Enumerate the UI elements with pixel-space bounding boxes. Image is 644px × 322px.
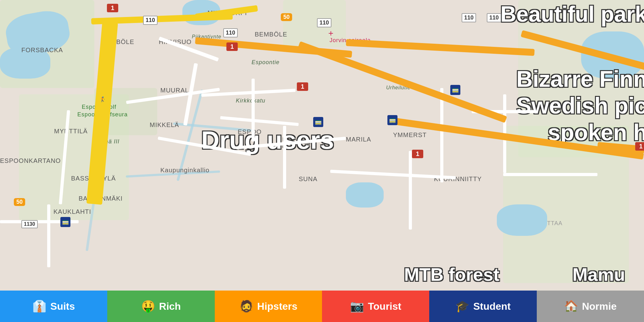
label-mynttila: MYNTTILÄ <box>54 128 88 135</box>
badge-route-1-d: 1 <box>635 142 644 151</box>
suits-icon: 👔 <box>32 300 47 313</box>
tab-student[interactable]: 🎓 Student <box>429 291 536 322</box>
water-lower-right <box>497 204 547 236</box>
badge-route-110-a: 110 <box>143 16 158 25</box>
badge-route-1130: 1130 <box>21 220 38 228</box>
label-ymmerst: YMMERST <box>393 131 427 139</box>
badge-route-1-middle: 1 <box>226 42 238 51</box>
badge-route-110-b: 110 <box>223 28 238 37</box>
road-18 <box>503 173 597 176</box>
label-kauklahti: KAUKLAHTI <box>53 208 91 215</box>
badge-route-110-e: 110 <box>487 13 501 22</box>
label-mikkela: MIKKELÄ <box>150 121 179 129</box>
train-icon-1: 🚃 <box>450 85 460 95</box>
tab-tourist[interactable]: 📷 Tourist <box>322 291 429 322</box>
tab-rich[interactable]: 🤑 Rich <box>107 291 214 322</box>
tab-bar: 👔 Suits 🤑 Rich 🧔 Hipsters 📷 Tourist 🎓 St… <box>0 291 644 322</box>
badge-route-1-c: 1 <box>412 150 423 158</box>
hipsters-label: Hipsters <box>257 301 297 312</box>
road-12 <box>409 151 412 230</box>
suits-label: Suits <box>50 301 75 312</box>
train-icon-3: 🚃 <box>313 117 323 127</box>
student-icon: 🎓 <box>455 300 469 313</box>
road-4 <box>252 79 255 142</box>
overlay-swedish-pic: Swedish pic <box>516 93 644 119</box>
badge-route-1-b: 1 <box>297 82 308 91</box>
tab-suits[interactable]: 👔 Suits <box>0 291 107 322</box>
rich-label: Rich <box>159 301 181 312</box>
road-10 <box>283 126 286 189</box>
road-15 <box>440 88 443 182</box>
label-espoontie: Espoontie <box>252 59 280 66</box>
tourist-label: Tourist <box>368 301 401 312</box>
train-icon-4: 🚃 <box>60 217 70 227</box>
student-label: Student <box>473 301 511 312</box>
overlay-mtb-forest: MTB forest <box>404 264 499 285</box>
badge-route-50-b: 50 <box>14 198 25 206</box>
overlay-bizarre-finn: Bizarre Finn <box>516 66 644 92</box>
train-icon-2: 🚃 <box>387 115 397 125</box>
badge-route-110-c: 110 <box>317 18 331 27</box>
normie-label: Normie <box>582 301 617 312</box>
golf-marker: 🏌 <box>100 96 106 102</box>
hospital-cross: + <box>328 28 333 38</box>
hipsters-icon: 🧔 <box>239 300 253 313</box>
label-suna: SUNA <box>299 175 318 183</box>
badge-route-1-top: 1 <box>107 4 118 12</box>
label-espoonkartano: ESPOONKARTANO <box>0 157 61 164</box>
map-container: 1 110 50 110 110 110 110 1 1 1 1 50 1130… <box>0 0 644 291</box>
label-marila: MARILA <box>346 136 371 143</box>
rich-icon: 🤑 <box>141 300 155 313</box>
tab-normie[interactable]: 🏠 Normie <box>537 291 644 322</box>
road-14 <box>47 204 50 267</box>
normie-icon: 🏠 <box>564 300 578 313</box>
tab-hipsters[interactable]: 🧔 Hipsters <box>215 291 322 322</box>
label-forsbacka: FORSBACKA <box>21 47 63 54</box>
label-kirkkokatu: Kirkkokatu <box>236 97 265 104</box>
label-bembole: BEMBÖLE <box>255 31 287 38</box>
overlay-mamu: Mamu <box>572 264 625 285</box>
badge-route-110-d: 110 <box>462 13 476 22</box>
label-kaupunginkallio: Kaupunginkallio <box>160 167 209 174</box>
overlay-beautiful-park: Beautiful park <box>500 2 644 27</box>
water-middle <box>346 182 384 208</box>
label-ttaa: TTAA <box>547 220 563 227</box>
badge-route-50: 50 <box>281 13 292 21</box>
tourist-icon: 📷 <box>350 300 364 313</box>
